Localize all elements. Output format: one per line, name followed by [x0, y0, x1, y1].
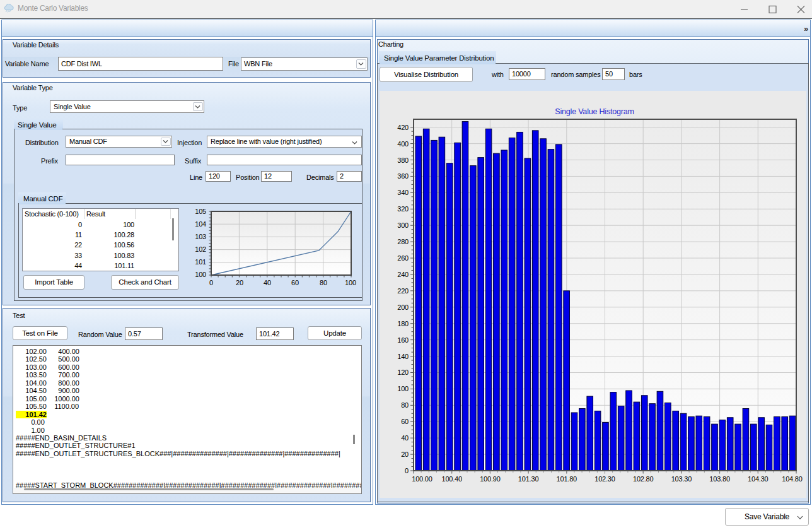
svg-text:104.80: 104.80	[782, 475, 803, 483]
svg-text:260: 260	[397, 254, 409, 262]
svg-text:102.30: 102.30	[594, 475, 615, 483]
svg-text:Single Value Histogram: Single Value Histogram	[555, 107, 634, 116]
svg-text:60: 60	[401, 418, 409, 425]
svg-text:103: 103	[195, 233, 206, 240]
svg-text:340: 340	[397, 189, 409, 196]
svg-text:240: 240	[397, 271, 409, 278]
svg-text:101.80: 101.80	[557, 475, 577, 483]
svg-text:102.80: 102.80	[633, 475, 654, 483]
svg-text:104: 104	[195, 220, 206, 228]
svg-text:160: 160	[397, 336, 409, 344]
svg-text:100: 100	[345, 279, 356, 286]
svg-text:380: 380	[397, 156, 409, 164]
svg-text:103.80: 103.80	[709, 475, 730, 483]
svg-text:40: 40	[401, 434, 409, 442]
svg-text:100: 100	[397, 385, 409, 392]
svg-text:103.30: 103.30	[671, 475, 692, 483]
svg-text:80: 80	[401, 401, 409, 409]
svg-text:360: 360	[397, 172, 409, 180]
svg-text:100.40: 100.40	[441, 475, 462, 483]
svg-text:60: 60	[291, 279, 299, 286]
svg-text:101: 101	[195, 258, 206, 266]
svg-text:100: 100	[195, 271, 206, 278]
svg-text:120: 120	[397, 368, 409, 376]
svg-text:100.00: 100.00	[412, 475, 432, 483]
svg-text:420: 420	[397, 124, 409, 131]
svg-text:220: 220	[397, 287, 409, 295]
svg-text:140: 140	[397, 353, 409, 360]
svg-text:400: 400	[397, 140, 409, 148]
svg-text:180: 180	[397, 320, 409, 327]
svg-text:100.90: 100.90	[480, 475, 501, 483]
svg-text:101.30: 101.30	[518, 475, 539, 483]
svg-text:0: 0	[405, 467, 409, 474]
svg-text:20: 20	[401, 450, 409, 458]
svg-text:105: 105	[195, 208, 206, 215]
svg-text:102: 102	[195, 245, 206, 253]
svg-text:0: 0	[209, 279, 213, 286]
svg-text:300: 300	[397, 221, 409, 229]
svg-text:80: 80	[320, 279, 327, 286]
svg-text:104.30: 104.30	[748, 475, 768, 483]
svg-text:280: 280	[397, 238, 409, 245]
svg-text:40: 40	[264, 279, 271, 286]
svg-text:20: 20	[236, 279, 243, 286]
svg-text:320: 320	[397, 205, 409, 213]
svg-text:200: 200	[397, 303, 409, 311]
